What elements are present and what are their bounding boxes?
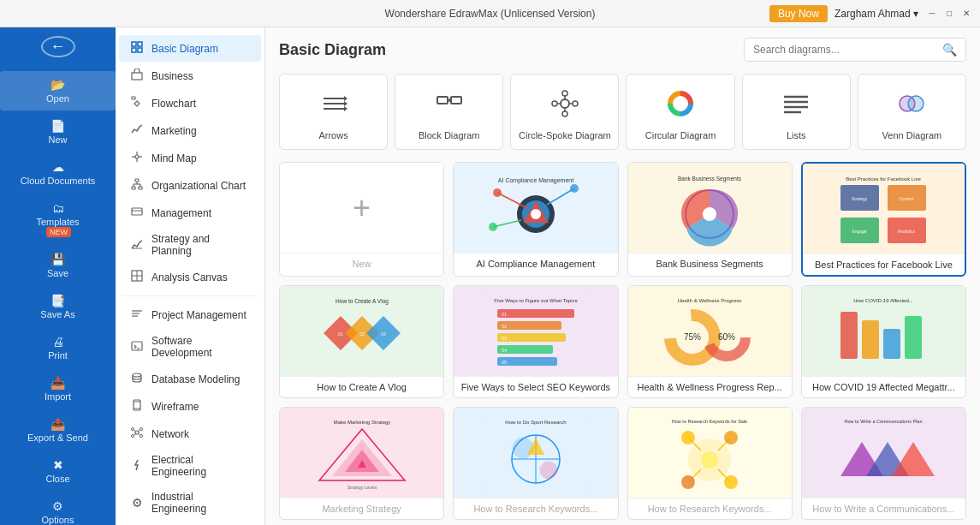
add-plus-icon: + (353, 190, 371, 226)
sidebar-item-open[interactable]: 📂 Open (0, 71, 116, 110)
orgchart-icon (129, 178, 145, 193)
sidebar-item-saveas[interactable]: 📑 Save As (0, 287, 116, 326)
cat-item-mindmap[interactable]: Mind Map (119, 145, 261, 171)
svg-marker-6 (134, 101, 140, 106)
cat-item-building[interactable]: Building Plan (119, 522, 261, 525)
cat-item-industrial[interactable]: ⚙ Industrial Engineering (119, 485, 261, 521)
svg-text:75%: 75% (684, 332, 701, 342)
svg-point-159 (701, 451, 718, 468)
sidebar-item-new[interactable]: 📄 New (0, 112, 116, 152)
top-card-circlespoke[interactable]: Circle-Spoke Diagram (510, 74, 619, 150)
cat-mindmap-label: Mind Map (151, 152, 197, 164)
cat-item-basic[interactable]: Basic Diagram (119, 35, 261, 62)
svg-text:01: 01 (338, 331, 343, 337)
top-card-lists[interactable]: Lists (742, 74, 851, 150)
category-sidebar: Basic Diagram Business Flowchart Marketi… (116, 27, 265, 525)
template-card-seo[interactable]: Five Ways to Figure out What Topics 01 0… (453, 285, 618, 398)
print-icon: 🖨 (52, 335, 64, 349)
cat-marketing-label: Marketing (151, 125, 197, 137)
back-button[interactable]: ← (41, 36, 75, 57)
cat-item-network[interactable]: Network (119, 421, 261, 447)
circlespoke-card-icon (551, 90, 579, 123)
cat-item-database[interactable]: Database Modeling (119, 366, 261, 392)
research-label: How to Research Keywords... (628, 498, 792, 519)
cat-item-analysis[interactable]: Analysis Canvas (119, 264, 261, 290)
cat-item-flowchart[interactable]: Flowchart (119, 90, 261, 116)
template-card-bank[interactable]: Bank Business Segments Bank Business Seg… (627, 162, 793, 277)
cat-electrical-label: Electrical Engineering (151, 454, 251, 478)
sidebar-item-cloud[interactable]: ☁ Cloud Documents (0, 153, 116, 193)
svg-point-90 (703, 207, 716, 221)
lists-label: Lists (787, 130, 806, 140)
top-card-block[interactable]: Block Diagram (395, 74, 503, 150)
content-header: Basic Diagram 🔍 (279, 38, 966, 62)
template-card-vlog[interactable]: How to Create A Vlog 01 02 03 How to Cre… (279, 285, 444, 398)
template-card-ai[interactable]: AI Compliance Management AI Compliance M… (453, 162, 618, 277)
template-card-research[interactable]: How to Research Keywords for Sale How to… (627, 407, 793, 520)
svg-text:02: 02 (502, 324, 507, 329)
template-card-covid[interactable]: How COVID-19 Affected... How COVID 19 Af… (801, 285, 966, 398)
svg-rect-111 (497, 309, 574, 318)
sidebar-item-export[interactable]: 📤 Export & Send (0, 410, 116, 450)
svg-rect-130 (862, 320, 879, 359)
marketing-strategy-label: Marketing Strategy (280, 498, 443, 519)
buy-now-button[interactable]: Buy Now (769, 5, 828, 22)
maximize-button[interactable]: □ (942, 7, 956, 21)
cat-item-management[interactable]: Management (119, 200, 261, 226)
svg-text:Bank Business Segments: Bank Business Segments (678, 176, 742, 182)
flowchart-icon (129, 96, 145, 110)
sidebar-item-import[interactable]: 📥 Import (0, 369, 116, 409)
cat-item-orgchart[interactable]: Organizational Chart (119, 172, 261, 199)
template-card-marketing[interactable]: Make Marketing Strategy Strategy Levels … (279, 407, 444, 520)
template-card-sport[interactable]: How to Do Sport Research How to Research… (453, 407, 618, 520)
search-icon[interactable]: 🔍 (942, 43, 957, 57)
template-card-new[interactable]: + New (279, 162, 444, 277)
cat-item-business[interactable]: Business (119, 63, 261, 89)
arrows-label: Arrows (318, 130, 347, 140)
svg-rect-131 (883, 329, 900, 359)
sport-label: How to Research Keywords... (454, 498, 617, 519)
app-title: Wondershare EdrawMax (Unlicensed Version… (385, 8, 596, 20)
cat-item-strategy[interactable]: Strategy and Planning (119, 227, 261, 263)
svg-text:02: 02 (359, 331, 365, 337)
svg-line-39 (134, 430, 136, 433)
circlespoke-label: Circle-Spoke Diagram (519, 130, 611, 140)
sidebar-item-close[interactable]: ✖ Close (0, 451, 116, 491)
cat-item-project[interactable]: Project Management (119, 301, 261, 328)
bank-thumb: Bank Business Segments (628, 163, 792, 253)
close-button[interactable]: ✕ (959, 7, 973, 21)
management-icon (129, 206, 145, 220)
templates-icon: 🗂 (52, 201, 64, 215)
sidebar-item-templates[interactable]: 🗂 Templates NEW (0, 194, 116, 244)
cat-item-wireframe[interactable]: Wireframe (119, 393, 261, 420)
svg-text:How to Create A Vlog: How to Create A Vlog (336, 298, 389, 305)
sidebar-import-label: Import (45, 391, 71, 402)
svg-rect-12 (135, 179, 139, 182)
top-card-venn[interactable]: Venn Diagram (858, 74, 966, 150)
svg-point-145 (513, 438, 533, 458)
options-icon: ⚙ (52, 499, 63, 513)
cat-item-software[interactable]: Software Development (119, 329, 261, 365)
svg-point-146 (540, 462, 557, 479)
search-input[interactable] (753, 44, 942, 56)
analysis-icon (129, 270, 145, 284)
sidebar-item-save[interactable]: 💾 Save (0, 246, 116, 285)
svg-rect-129 (840, 312, 858, 359)
template-card-health[interactable]: Health & Wellness Progress 75% 60% Healt… (627, 285, 793, 398)
user-menu[interactable]: Zargham Ahmad ▾ (834, 8, 918, 20)
svg-line-41 (134, 433, 136, 436)
template-card-comm[interactable]: How to Write a Communications Plan How t… (801, 407, 966, 520)
sidebar-item-print[interactable]: 🖨 Print (0, 328, 116, 367)
new-icon: 📄 (50, 119, 65, 133)
health-thumb: Health & Wellness Progress 75% 60% (628, 286, 792, 376)
minimize-button[interactable]: ─ (925, 7, 939, 21)
svg-rect-132 (905, 316, 922, 359)
top-card-arrows[interactable]: Arrows (279, 74, 388, 150)
top-card-circular[interactable]: Circular Diagram (626, 74, 734, 150)
sidebar-item-options[interactable]: ⚙ Options (0, 492, 116, 525)
cat-item-marketing[interactable]: Marketing (119, 117, 261, 144)
svg-marker-54 (344, 101, 347, 106)
cat-item-electrical[interactable]: Electrical Engineering (119, 448, 261, 484)
template-card-facebook[interactable]: Best Practices for Facebook Live Strateg… (801, 162, 966, 277)
svg-line-42 (139, 433, 140, 436)
